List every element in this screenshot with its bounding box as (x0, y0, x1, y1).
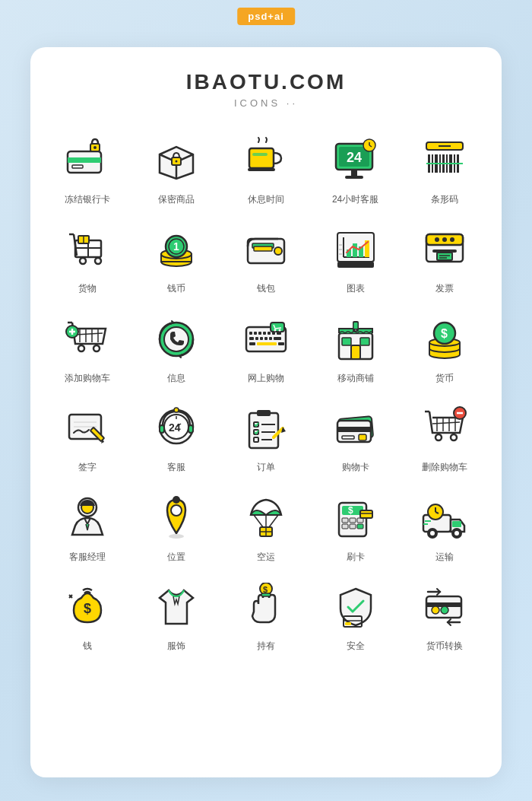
icon-security: 安全 (314, 574, 397, 656)
svg-line-163 (254, 515, 263, 527)
svg-rect-88 (268, 332, 271, 335)
svg-rect-64 (437, 253, 452, 260)
svg-point-155 (451, 434, 457, 440)
site-subtitle: ICONS (234, 97, 298, 109)
svg-rect-135 (257, 410, 271, 416)
svg-rect-8 (249, 148, 274, 168)
svg-rect-129 (160, 425, 164, 433)
svg-rect-172 (342, 518, 348, 523)
icon-location: 位置 (135, 485, 219, 567)
icon-goods: 货物 (46, 216, 129, 298)
svg-line-165 (269, 515, 278, 527)
svg-text:24: 24 (169, 421, 181, 434)
icon-frozen-bank-card: 冻结银行卡 (46, 127, 129, 209)
svg-rect-130 (188, 425, 193, 433)
svg-rect-104 (351, 345, 360, 359)
icon-card-swipe: $ 刷卡 (314, 485, 397, 567)
icon-mobile-store: 移动商铺 (314, 306, 397, 388)
svg-point-186 (430, 531, 435, 536)
icon-clothing: 服饰 (135, 574, 219, 656)
icon-break-time: 休息时间 (224, 127, 308, 209)
svg-point-204 (432, 606, 439, 614)
svg-point-109 (355, 329, 356, 331)
svg-rect-198 (261, 593, 271, 596)
svg-rect-145 (337, 427, 371, 432)
icon-message: 信息 (135, 306, 219, 388)
svg-rect-15 (345, 176, 363, 179)
svg-point-49 (274, 247, 282, 255)
svg-rect-106 (360, 338, 369, 345)
svg-point-68 (442, 237, 447, 242)
svg-rect-60 (337, 262, 374, 268)
svg-point-7 (176, 160, 178, 162)
svg-text:1: 1 (173, 240, 179, 253)
svg-point-154 (435, 434, 442, 440)
icon-hold: $ 持有 (224, 574, 308, 656)
svg-rect-173 (350, 518, 356, 523)
svg-rect-91 (249, 337, 254, 340)
icon-remove-cart: 删除购物车 (403, 395, 486, 477)
svg-rect-95 (269, 337, 272, 340)
svg-point-188 (454, 531, 459, 536)
svg-point-82 (164, 327, 188, 351)
icon-sign: 签字 (46, 395, 129, 477)
svg-rect-176 (350, 524, 356, 529)
svg-rect-177 (357, 524, 363, 529)
svg-rect-108 (353, 323, 357, 329)
svg-point-76 (78, 345, 84, 351)
svg-rect-97 (249, 342, 255, 345)
svg-point-101 (274, 329, 276, 331)
svg-rect-94 (264, 337, 268, 340)
svg-text:24: 24 (347, 150, 362, 165)
icon-secure-product: 保密商品 (135, 127, 219, 209)
icon-order: 订单 (224, 395, 308, 477)
icon-currency-exchange: 货币转换 (403, 574, 486, 656)
icon-customer-service: 24 客服 (135, 395, 219, 477)
icon-chart: 图表 (314, 216, 397, 298)
svg-point-39 (95, 258, 101, 264)
svg-point-77 (93, 345, 100, 351)
main-card: IBAOTU.COM ICONS 冻结银行卡 (30, 47, 502, 777)
svg-point-4 (93, 146, 97, 149)
icon-barcode: 条形码 (403, 127, 486, 209)
svg-rect-105 (342, 338, 351, 345)
icon-customer-manager: 客服经理 (46, 485, 129, 567)
svg-rect-86 (258, 332, 261, 335)
icon-shopping-card: 购物卡 (314, 395, 397, 477)
svg-point-102 (278, 329, 280, 331)
svg-rect-92 (255, 337, 258, 340)
svg-rect-98 (257, 342, 277, 345)
svg-rect-48 (254, 246, 272, 251)
svg-point-67 (435, 237, 439, 242)
svg-point-38 (80, 258, 86, 264)
svg-rect-181 (452, 521, 461, 527)
icon-invoice: 发票 (403, 216, 486, 298)
icon-coin: 1 钱币 (135, 216, 219, 298)
svg-point-69 (450, 237, 454, 242)
svg-text:$: $ (84, 601, 91, 616)
svg-rect-54 (353, 243, 357, 257)
svg-rect-93 (260, 337, 263, 340)
icon-online-shop: 网上购物 (224, 306, 308, 388)
svg-rect-1 (68, 157, 101, 163)
svg-point-205 (441, 606, 448, 614)
svg-text:$: $ (263, 585, 268, 594)
svg-rect-147 (359, 434, 366, 440)
icons-grid: 冻结银行卡 保密商品 (46, 127, 486, 656)
svg-text:$: $ (348, 505, 353, 516)
top-badge: psd+ai (237, 8, 295, 25)
svg-rect-84 (249, 332, 252, 335)
svg-rect-96 (274, 337, 281, 340)
svg-rect-10 (252, 153, 268, 156)
svg-point-131 (174, 408, 179, 412)
svg-rect-87 (263, 332, 266, 335)
icon-24h-service: 24 24小时客服 (314, 127, 397, 209)
svg-rect-100 (271, 323, 284, 332)
icon-currency: $ 货币 (403, 306, 486, 388)
svg-rect-9 (248, 168, 275, 171)
svg-rect-99 (278, 342, 284, 345)
svg-rect-85 (254, 332, 257, 335)
icon-add-cart: 添加购物车 (46, 306, 129, 388)
svg-point-161 (169, 534, 184, 539)
svg-rect-201 (345, 622, 351, 625)
